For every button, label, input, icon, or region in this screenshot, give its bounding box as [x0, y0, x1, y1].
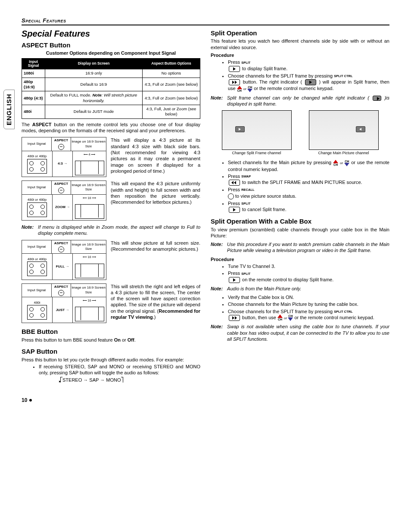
aspect-mode-figure: Input Signal ASPECT Image on 16:9 Screen…	[22, 180, 106, 221]
split-note-1: Note: Split frame channel can only be ch…	[211, 95, 389, 107]
zoom-note-text: If menu is displayed while in Zoom mode,…	[38, 224, 200, 236]
split-ctrl-icon	[229, 79, 240, 85]
aspect-mode-desc: This will stretch the right and left edg…	[111, 283, 200, 320]
cable-note-3: Note: Swap is not available when using t…	[211, 324, 389, 342]
ch-up-icon	[237, 86, 242, 89]
note-label: Note:	[22, 224, 34, 236]
cable-step-1: Tune TV to Channel 3.	[228, 263, 389, 269]
split-heading: Split Operation	[211, 29, 389, 37]
aspect-mode-row: Input Signal ASPECT Image on 16:9 Screen…	[22, 283, 200, 324]
aspect-mode-desc: This will show picture at full screen si…	[111, 240, 200, 252]
section-title: Special Features	[22, 28, 200, 39]
split-step-5: Press RECALL to view picture source stat…	[228, 187, 389, 199]
split-button-icon-2	[229, 207, 240, 213]
aspect-mode-desc: This will display a 4:3 picture at its s…	[111, 137, 200, 174]
split-step-2: Choose channels for the SPLIT frame by p…	[228, 73, 389, 92]
left-indicator-icon	[235, 126, 245, 132]
cable-intro: To view premium (scrambled) cable channe…	[211, 227, 389, 239]
ch-down-icon	[288, 317, 293, 321]
table-row: 480iDefault to JUST mode4:3, Full, Just …	[22, 105, 200, 119]
recall-icon	[228, 193, 234, 199]
split-button-icon	[229, 66, 240, 72]
split-step-4: Press SWAP to switch the SPLIT FRAME and…	[228, 173, 389, 186]
running-header-text: Special Features	[22, 17, 66, 24]
th-options: Aspect Button Options	[142, 58, 200, 69]
swap-icon	[229, 180, 240, 186]
split-ctrl-label-2: SPLIT CTRL	[334, 310, 352, 314]
indicator-icon-small	[373, 96, 381, 101]
running-header: Special Features	[22, 17, 389, 25]
split-ctrl-label: SPLIT CTRL	[334, 74, 352, 78]
cable-step-5: Choose channels for the SPLIT frame by p…	[228, 308, 389, 321]
page-number: 10 ●	[22, 396, 389, 404]
cable-note-1: Note: Use this procedure if you want to …	[211, 241, 389, 254]
left-column: Special Features ASPECT Button Customer …	[22, 27, 200, 383]
aspect-mode-row: Input Signal ASPECT Image on 16:9 Screen…	[22, 180, 200, 221]
ch-down-icon	[247, 89, 252, 92]
zoom-note: Note: If menu is displayed while in Zoom…	[22, 224, 200, 236]
recall-label: RECALL	[241, 188, 254, 192]
bbe-heading: BBE Button	[22, 327, 200, 336]
aspect-mode-row: Input Signal ASPECT Image on 16:9 Screen…	[22, 240, 200, 280]
aspect-mode-figure: Input Signal ASPECT Image on 16:9 Screen…	[22, 240, 106, 280]
aspect-mode-row: Input Signal ASPECT Image on 16:9 Screen…	[22, 137, 200, 177]
split-step-1: Press SPLIT to display Split frame.	[228, 59, 389, 72]
split-step-6: Press SPLIT to cancel Split frame.	[228, 200, 389, 213]
audio-cycle: ▸ STEREO → SAP → MONO	[60, 377, 200, 383]
aspect-subhead: Customer Options depending on Component …	[22, 50, 200, 56]
right-indicator-icon	[356, 126, 365, 132]
procedure-heading-2: Procedure	[211, 256, 389, 262]
right-column: Split Operation This feature lets you wa…	[211, 27, 389, 383]
split-intro: This feature lets you watch two differen…	[211, 38, 389, 50]
tv-left-caption: Change Split Frame channel	[222, 151, 292, 156]
table-row: 480p (16:9)Default to 16:94:3, Full or Z…	[22, 78, 200, 91]
swap-label: SWAP	[241, 174, 251, 179]
aspect-mode-figure: Input Signal ASPECT Image on 16:9 Screen…	[22, 137, 106, 177]
aspect-table: Input Signal Display on Screen Aspect Bu…	[22, 58, 200, 119]
tv-right	[309, 110, 379, 150]
aspect-mode-figure: Input Signal ASPECT Image on 16:9 Screen…	[22, 283, 106, 324]
split-ctrl-icon-2	[229, 315, 240, 321]
split-label: SPLIT	[241, 61, 250, 65]
split-step-3: Select channels for the Main picture by …	[228, 159, 389, 172]
split-button-icon-3	[229, 277, 240, 283]
bbe-text: Press this button to turn BBE sound feat…	[22, 337, 200, 343]
tv-right-caption: Change Main Picture channel	[309, 151, 379, 156]
split-label-2: SPLIT	[241, 202, 250, 206]
ch-up-icon	[333, 160, 338, 163]
sap-text: Press this button to let you cycle throu…	[22, 357, 200, 363]
table-row: 1080i16:9 onlyNo options	[22, 69, 200, 78]
sap-bullet: If receiving STEREO, SAP and MONO or rec…	[39, 364, 200, 376]
procedure-heading: Procedure	[211, 52, 389, 58]
table-row: 480p (4:3)Default to FULL mode. Note: Wi…	[22, 91, 200, 105]
indicator-icon	[305, 79, 316, 85]
aspect-intro: The ASPECT button on the remote control …	[22, 121, 200, 134]
ch-down-icon	[344, 163, 349, 166]
tv-left	[222, 110, 292, 150]
split-diagram: Change Split Frame channel Change Main P…	[211, 110, 389, 156]
th-display: Display on Screen	[45, 58, 143, 69]
sap-heading: SAP Button	[22, 347, 200, 356]
ch-up-icon	[277, 314, 283, 318]
split-label-3: SPLIT	[241, 272, 250, 276]
cable-note-2: Note: Audio is from the Main Picture onl…	[211, 286, 389, 292]
cable-step-3: Verify that the Cable box is ON.	[228, 294, 389, 300]
aspect-mode-desc: This will expand the 4:3 picture uniform…	[111, 180, 200, 205]
th-input: Input Signal	[22, 58, 45, 69]
cable-step-2: Press SPLIT on the remote control to dis…	[228, 270, 389, 283]
cable-heading: Split Operation With a Cable Box	[211, 217, 389, 226]
cable-step-4: Choose channels for the Main Picture by …	[228, 301, 389, 307]
aspect-heading: ASPECT Button	[22, 41, 200, 50]
language-tab: ENGLISH	[3, 90, 15, 129]
